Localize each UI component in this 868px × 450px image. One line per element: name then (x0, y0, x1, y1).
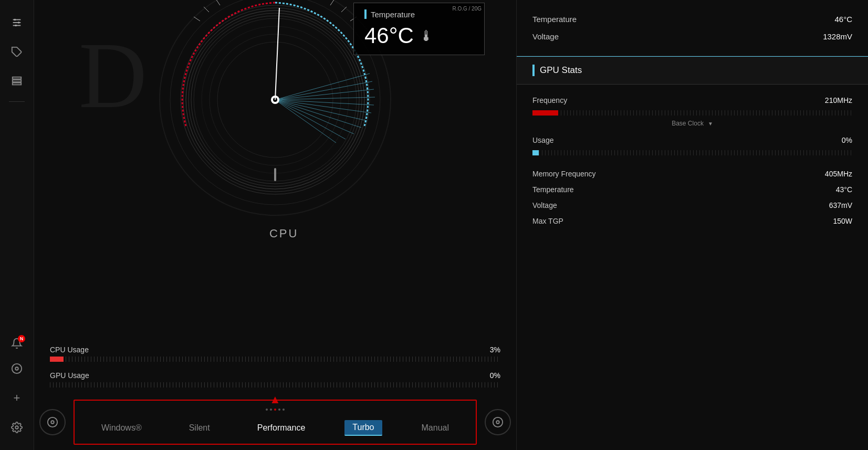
gpu-temp-stat-value: 43°C (836, 185, 852, 194)
gpu-temp-stat-row: Temperature 43°C (532, 182, 852, 197)
base-clock-label: Base Clock (672, 120, 704, 127)
svg-point-11 (15, 367, 18, 370)
cpu-temp-label: Temperature (532, 15, 577, 24)
svg-point-54 (48, 417, 57, 427)
gpu-frequency-value: 210MHz (825, 96, 852, 104)
notification-button[interactable]: N (6, 333, 27, 354)
snapshot-icon[interactable] (6, 358, 27, 379)
gpu-usage-stat-label: Usage (532, 136, 553, 144)
svg-point-12 (15, 426, 18, 429)
svg-line-35 (275, 100, 346, 139)
rog-label: R.O.G / 20G (452, 6, 482, 12)
dot-3 (274, 409, 276, 411)
svg-rect-9 (13, 83, 22, 85)
sidebar-divider (9, 101, 25, 102)
gpu-voltage-stat-label: Voltage (532, 201, 557, 210)
gpu-voltage-stat-row: Voltage 637mV (532, 197, 852, 213)
svg-point-10 (12, 364, 22, 373)
gpu-freq-ticks (532, 110, 852, 116)
gpu-max-tgp-label: Max TGP (532, 217, 563, 225)
gpu-bar-ticks (50, 382, 500, 388)
svg-line-52 (275, 8, 279, 100)
gpu-usage-ticks (532, 150, 852, 155)
svg-point-3 (14, 19, 16, 21)
gpu-usage-stat-value: 0% (842, 136, 852, 144)
gpu-header-bar (532, 65, 535, 76)
svg-rect-8 (13, 80, 22, 82)
notification-badge-dot: N (18, 335, 25, 342)
gpu-temp-stat-label: Temperature (532, 185, 574, 194)
cpu-label: CPU (269, 227, 298, 240)
base-clock-indicator: Base Clock ▼ (532, 120, 852, 127)
bottom-stats: CPU Usage 3% GPU Usage 0% (34, 335, 516, 397)
svg-line-29 (275, 97, 375, 100)
gpu-usage-header: GPU Usage 0% (50, 371, 500, 380)
cpu-bar-ticks (50, 357, 500, 362)
temp-overlay-title: Temperature (371, 10, 415, 19)
mode-windows[interactable]: Windows® (93, 421, 150, 435)
add-icon[interactable]: + (6, 388, 27, 409)
gpu-frequency-bar (532, 110, 852, 116)
right-panel: Temperature 46°C Voltage 1328mV GPU Stat… (516, 0, 868, 450)
circle-btn-right[interactable] (485, 409, 511, 435)
cpu-temp-value: 46°C (834, 15, 852, 24)
cpu-usage-bar (50, 357, 500, 362)
sidebar-bottom: N + (6, 333, 27, 442)
svg-line-49 (194, 17, 200, 21)
mode-performance[interactable]: Performance (249, 421, 313, 435)
gpu-stats-content: Frequency 210MHz Base Clock ▼ Usage 0% (517, 85, 868, 237)
sliders-icon[interactable] (6, 12, 27, 33)
dot-5 (283, 409, 285, 411)
perf-selected-arrow: ▲ (269, 393, 281, 406)
gpu-usage-fill (532, 150, 539, 155)
gpu-mem-freq-label: Memory Frequency (532, 170, 596, 178)
gpu-voltage-stat-value: 637mV (829, 201, 852, 210)
dot-1 (266, 409, 268, 411)
gpu-stats-title: GPU Stats (540, 65, 582, 76)
tag-icon[interactable] (6, 41, 27, 62)
temperature-overlay: R.O.G / 20G Temperature 46°C 🌡 (353, 3, 485, 55)
cpu-visualization: D (34, 0, 516, 335)
gpu-stats-header: GPU Stats (517, 56, 868, 85)
gpu-mem-freq-value: 405MHz (825, 170, 852, 178)
snapshot-circle-btn[interactable] (39, 409, 66, 435)
cpu-voltage-row: Voltage 1328mV (532, 28, 852, 45)
gpu-usage-value: 0% (490, 371, 500, 380)
performance-mode-bar: ▲ Windows® Silent Performance Turbo Manu… (74, 400, 477, 445)
gpu-usage-bar-container (532, 150, 852, 155)
svg-point-4 (18, 22, 20, 24)
mode-manual[interactable]: Manual (414, 421, 457, 435)
main-content: D (34, 0, 516, 450)
gpu-max-tgp-row: Max TGP 150W (532, 213, 852, 229)
mode-turbo[interactable]: Turbo (344, 420, 382, 436)
svg-point-5 (15, 25, 17, 27)
cpu-usage-value: 3% (490, 346, 500, 354)
svg-rect-53 (274, 168, 276, 181)
cpu-usage-row: CPU Usage 3% (50, 346, 500, 362)
sidebar: N + (0, 0, 34, 450)
perf-modes: Windows® Silent Performance Turbo Manual (93, 420, 457, 436)
dot-4 (278, 409, 280, 411)
gpu-mem-freq-row: Memory Frequency 405MHz (532, 166, 852, 182)
temp-header-bar (364, 9, 367, 19)
dot-2 (270, 409, 272, 411)
svg-line-27 (275, 81, 372, 100)
gpu-frequency-row: Frequency 210MHz (532, 92, 852, 108)
gear-icon[interactable] (6, 417, 27, 438)
perf-container: ▲ Windows® Silent Performance Turbo Manu… (34, 397, 516, 450)
cpu-usage-label: CPU Usage (50, 346, 89, 354)
cpu-stats-section: Temperature 46°C Voltage 1328mV (517, 0, 868, 56)
list-icon[interactable] (6, 71, 27, 92)
cpu-bar-fill (50, 357, 64, 362)
svg-point-55 (51, 421, 54, 424)
temp-display: 46°C 🌡 (364, 23, 474, 48)
gpu-usage-stat-row: Usage 0% (532, 132, 852, 148)
svg-point-57 (496, 421, 499, 424)
gpu-max-tgp-value: 150W (833, 217, 852, 225)
svg-point-56 (493, 417, 503, 427)
gpu-freq-fill (532, 110, 558, 116)
gpu-usage-label: GPU Usage (50, 371, 89, 380)
gpu-frequency-label: Frequency (532, 96, 567, 104)
mode-silent[interactable]: Silent (181, 421, 218, 435)
cpu-voltage-value: 1328mV (823, 32, 852, 41)
